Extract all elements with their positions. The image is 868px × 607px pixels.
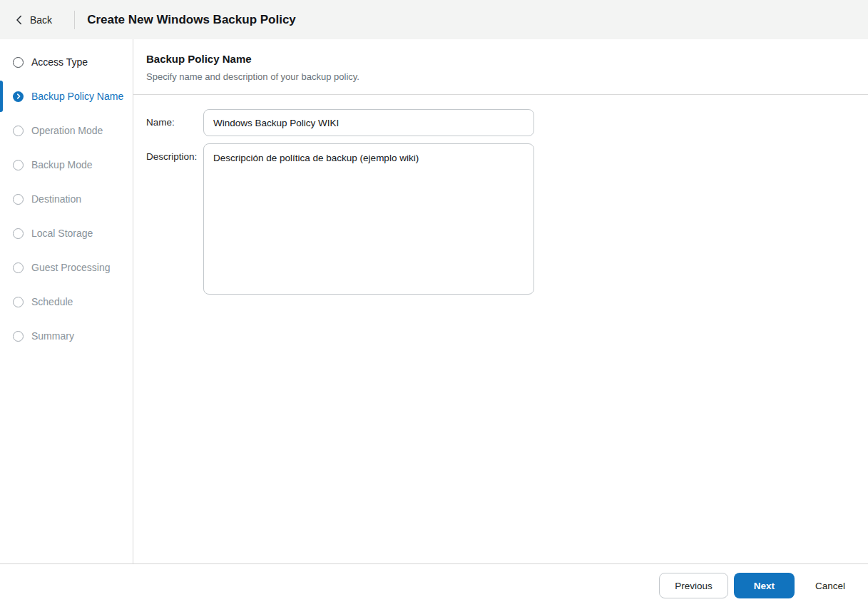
step-label: Summary <box>31 330 74 342</box>
step-label: Destination <box>31 193 81 205</box>
step-radio-icon <box>13 194 24 205</box>
wizard-header: Back Create New Windows Backup Policy <box>0 0 868 39</box>
step-radio-icon <box>13 228 24 239</box>
next-button[interactable]: Next <box>734 573 795 598</box>
step-active-chevron-icon <box>13 91 24 102</box>
back-button-label: Back <box>30 14 52 26</box>
wizard-steps-sidebar: Access Type Backup Policy Name Operation… <box>0 39 133 563</box>
step-radio-icon <box>13 262 24 273</box>
sidebar-step-local-storage[interactable]: Local Storage <box>0 216 133 250</box>
sidebar-step-access-type[interactable]: Access Type <box>0 45 133 79</box>
step-heading: Backup Policy Name <box>146 53 854 65</box>
policy-name-input[interactable] <box>203 109 534 136</box>
step-label: Backup Policy Name <box>31 91 123 102</box>
policy-name-form: Name: Description: Descripción de políti… <box>133 95 868 302</box>
step-radio-icon <box>13 160 24 170</box>
step-content-panel: Backup Policy Name Specify name and desc… <box>133 39 868 563</box>
step-label: Local Storage <box>31 228 93 239</box>
description-field-label: Description: <box>146 143 203 295</box>
step-subtitle: Specify name and description of your bac… <box>146 71 854 82</box>
step-label: Schedule <box>31 296 73 307</box>
cancel-button[interactable]: Cancel <box>815 581 845 591</box>
step-label: Backup Mode <box>31 159 93 170</box>
chevron-left-icon <box>16 15 22 25</box>
step-radio-icon <box>13 297 24 307</box>
previous-button[interactable]: Previous <box>659 573 728 598</box>
wizard-window: Back Create New Windows Backup Policy Ac… <box>0 0 868 607</box>
sidebar-step-schedule[interactable]: Schedule <box>0 285 133 319</box>
header-separator <box>74 11 75 29</box>
sidebar-step-operation-mode[interactable]: Operation Mode <box>0 113 133 148</box>
step-label: Operation Mode <box>31 125 103 136</box>
step-radio-icon <box>13 331 24 342</box>
sidebar-step-backup-mode[interactable]: Backup Mode <box>0 148 133 182</box>
policy-description-textarea[interactable]: Descripción de política de backup (ejemp… <box>203 143 534 295</box>
sidebar-step-backup-policy-name[interactable]: Backup Policy Name <box>0 79 133 113</box>
step-label: Access Type <box>31 56 88 68</box>
name-field-label: Name: <box>146 109 203 136</box>
sidebar-step-destination[interactable]: Destination <box>0 182 133 216</box>
page-title: Create New Windows Backup Policy <box>87 13 296 27</box>
wizard-footer: Previous Next Cancel <box>0 563 868 607</box>
sidebar-step-guest-processing[interactable]: Guest Processing <box>0 250 133 285</box>
step-radio-icon <box>13 126 24 136</box>
step-label: Guest Processing <box>31 262 111 273</box>
back-button[interactable]: Back <box>0 14 56 26</box>
step-radio-icon <box>13 57 24 68</box>
sidebar-step-summary[interactable]: Summary <box>0 319 133 353</box>
